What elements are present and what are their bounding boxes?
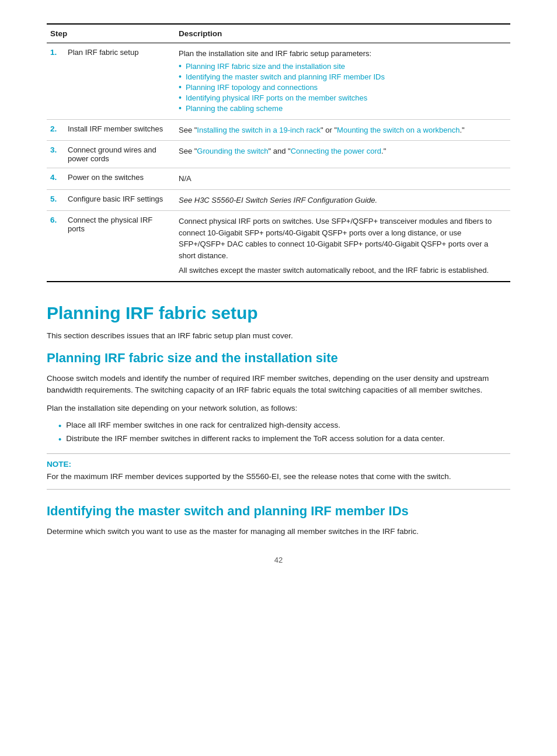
step-6-label: Connect the physical IRF ports [68,216,169,233]
step-2-cell: 2. Install IRF member switches [47,119,175,141]
fabric-size-bullets: Place all IRF member switches in one rac… [58,421,510,444]
bullet-4: Identifying physical IRF ports on the me… [179,93,504,102]
link-cabling[interactable]: Planning the cabling scheme [186,104,283,113]
step-4-desc: N/A [175,168,510,190]
step-3-num: 3. [50,145,57,154]
step-2-label: Install IRF member switches [68,124,163,133]
step-1-desc-intro: Plan the installation site and IRF fabri… [179,49,371,58]
link-physical-ports[interactable]: Identifying physical IRF ports on the me… [186,93,367,102]
note-box: NOTE: For the maximum IRF member devices… [47,453,510,490]
planning-intro: This section describes issues that an IR… [47,331,510,340]
fabric-bullet-2: Distribute the IRF member switches in di… [58,434,510,444]
step-4-label: Power on the switches [68,173,144,182]
step-6-cell: 6. Connect the physical IRF ports [47,211,175,282]
step-5-num: 5. [50,195,57,203]
fabric-size-title: Planning IRF fabric size and the install… [47,351,510,366]
link-grounding[interactable]: Grounding the switch [197,147,268,155]
table-row: 5. Configure basic IRF settings See H3C … [47,189,510,211]
link-topology[interactable]: Planning IRF topology and connections [186,83,318,92]
step-5-cell: 5. Configure basic IRF settings [47,189,175,211]
page-number: 42 [47,556,510,564]
step-2-desc: See "Installing the switch in a 19-inch … [175,119,510,141]
step-1-bullets: Planning IRF fabric size and the install… [179,62,504,113]
step-1-desc: Plan the installation site and IRF fabri… [175,43,510,120]
link-19inch-rack[interactable]: Installing the switch in a 19-inch rack [197,126,321,134]
step-3-label: Connect ground wires and power cords [68,145,169,163]
step-6-desc-text2: All switches except the master switch au… [179,265,504,276]
step-6-desc-text1: Connect physical IRF ports on switches. … [179,216,504,261]
step-3-desc: See "Grounding the switch" and "Connecti… [175,141,510,168]
step-2-num: 2. [50,124,57,133]
link-fabric-size[interactable]: Planning IRF fabric size and the install… [186,62,345,71]
step-4-num: 4. [50,173,57,182]
bullet-3: Planning IRF topology and connections [179,83,504,92]
link-master-switch[interactable]: Identifying the master switch and planni… [186,72,385,81]
bullet-1: Planning IRF fabric size and the install… [179,62,504,71]
step-3-desc-text: See "Grounding the switch" and "Connecti… [179,147,386,155]
step-5-desc: See H3C S5560-EI Switch Series IRF Confi… [175,189,510,211]
note-text: For the maximum IRF member devices suppo… [47,471,510,483]
bullet-5: Planning the cabling scheme [179,104,504,113]
step-4-desc-text: N/A [179,174,192,183]
step-4-cell: 4. Power on the switches [47,168,175,190]
master-switch-title: Identifying the master switch and planni… [47,504,510,519]
step-5-desc-text: See H3C S5560-EI Switch Series IRF Confi… [179,196,377,204]
fabric-bullet-1: Place all IRF member switches in one rac… [58,421,510,431]
note-label: NOTE: [47,460,510,469]
step-3-cell: 3. Connect ground wires and power cords [47,141,175,168]
col-step: Step [47,24,175,43]
planning-section: Planning IRF fabric setup This section d… [47,303,510,539]
step-6-num: 6. [50,216,57,224]
table-row: 4. Power on the switches N/A [47,168,510,190]
planning-title: Planning IRF fabric setup [47,303,510,323]
step-5-label: Configure basic IRF settings [68,195,163,203]
col-description: Description [175,24,510,43]
link-power-cord[interactable]: Connecting the power cord [291,147,381,155]
table-row: 1. Plan IRF fabric setup Plan the instal… [47,43,510,120]
table-row: 2. Install IRF member switches See "Inst… [47,119,510,141]
bullet-2: Identifying the master switch and planni… [179,72,504,81]
step-2-desc-text: See "Installing the switch in a 19-inch … [179,126,465,134]
table-row: 6. Connect the physical IRF ports Connec… [47,211,510,282]
step-1-label: Plan IRF fabric setup [68,48,138,57]
master-switch-body: Determine which switch you want to use a… [47,526,510,538]
fabric-size-body1: Choose switch models and identify the nu… [47,373,510,397]
step-1-num: 1. [50,48,57,57]
setup-table: Step Description 1. Plan IRF fabric setu… [47,23,510,282]
fabric-size-body2: Plan the installation site depending on … [47,403,510,415]
table-row: 3. Connect ground wires and power cords … [47,141,510,168]
step-6-desc: Connect physical IRF ports on switches. … [175,211,510,282]
link-workbench[interactable]: Mounting the switch on a workbench [337,126,459,134]
step-1-cell: 1. Plan IRF fabric setup [47,43,175,120]
